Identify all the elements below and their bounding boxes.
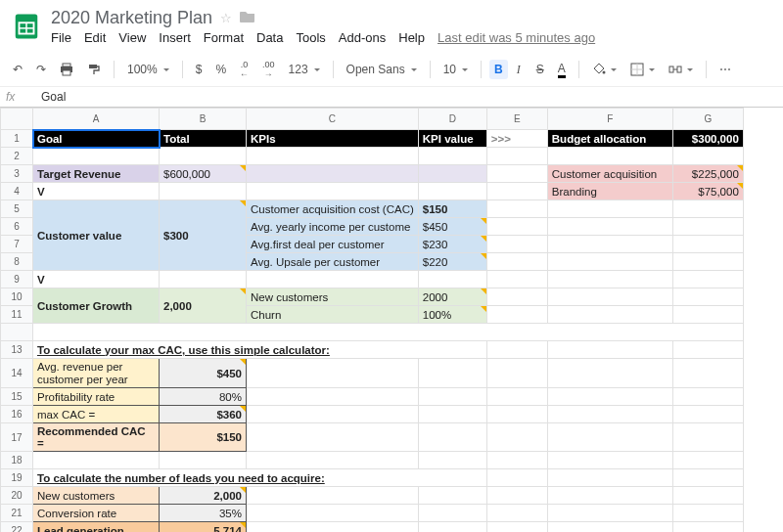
row-header[interactable]: 22 bbox=[1, 522, 33, 532]
cell[interactable]: $450 bbox=[418, 218, 486, 236]
cell[interactable]: $75,000 bbox=[672, 183, 743, 200]
col-header[interactable]: C bbox=[247, 109, 419, 130]
cell[interactable]: New customers bbox=[33, 487, 160, 505]
row-header[interactable]: 16 bbox=[1, 406, 33, 423]
cell[interactable]: $150 bbox=[418, 200, 486, 218]
decrease-decimal-button[interactable]: .0← bbox=[235, 57, 253, 82]
cell[interactable]: 35% bbox=[160, 505, 247, 522]
row-header[interactable]: 8 bbox=[1, 253, 33, 271]
col-header[interactable]: B bbox=[160, 109, 247, 130]
row-header[interactable]: 20 bbox=[1, 487, 33, 505]
row-header[interactable]: 4 bbox=[1, 183, 33, 200]
last-edit-link[interactable]: Last edit was 5 minutes ago bbox=[438, 30, 595, 45]
currency-button[interactable]: $ bbox=[191, 60, 207, 79]
cell[interactable]: $150 bbox=[160, 423, 247, 452]
row-header[interactable]: 9 bbox=[1, 271, 33, 288]
menu-data[interactable]: Data bbox=[256, 30, 283, 45]
cell[interactable]: Customer value bbox=[33, 200, 160, 271]
fx-value[interactable]: Goal bbox=[31, 90, 66, 104]
cell[interactable]: $450 bbox=[160, 359, 247, 388]
folder-icon[interactable] bbox=[240, 10, 255, 26]
sheets-logo[interactable] bbox=[12, 12, 41, 41]
menu-insert[interactable]: Insert bbox=[159, 30, 191, 45]
cell[interactable]: $300,000 bbox=[672, 130, 743, 148]
star-icon[interactable]: ☆ bbox=[220, 11, 232, 25]
row-header[interactable]: 15 bbox=[1, 388, 33, 406]
cell[interactable]: Avg. Upsale per customer bbox=[247, 253, 419, 271]
cell[interactable]: 2,000 bbox=[160, 288, 247, 324]
cell[interactable]: 80% bbox=[160, 388, 247, 406]
fill-color-button[interactable] bbox=[587, 60, 622, 79]
menu-tools[interactable]: Tools bbox=[296, 30, 325, 45]
row-header[interactable]: 5 bbox=[1, 200, 33, 218]
cell[interactable]: Budget allocation bbox=[547, 130, 672, 148]
cell[interactable]: $230 bbox=[418, 236, 486, 253]
cell[interactable]: V bbox=[33, 271, 160, 288]
cell[interactable]: V bbox=[33, 183, 160, 200]
cell[interactable]: Goal bbox=[33, 130, 160, 148]
text-color-button[interactable]: A bbox=[553, 59, 571, 81]
menu-help[interactable]: Help bbox=[398, 30, 425, 45]
paint-format-icon[interactable] bbox=[82, 60, 106, 79]
cell[interactable]: Recommended CAC = bbox=[33, 423, 160, 452]
col-header[interactable]: D bbox=[418, 109, 486, 130]
document-title[interactable]: 2020 Marketing Plan bbox=[51, 8, 212, 28]
strike-button[interactable]: S bbox=[531, 60, 549, 79]
col-header[interactable]: F bbox=[547, 109, 672, 130]
cell[interactable]: KPI value bbox=[418, 130, 486, 148]
cell[interactable]: Customer acquisition bbox=[547, 165, 672, 183]
cell[interactable]: 5,714 bbox=[160, 522, 247, 532]
cell[interactable]: Lead generation bbox=[33, 522, 160, 532]
cell[interactable]: Customer acquisition cost (CAC) bbox=[247, 200, 419, 218]
cell[interactable]: 100% bbox=[418, 306, 486, 324]
cell[interactable]: Churn bbox=[247, 306, 419, 324]
row-header[interactable]: 18 bbox=[1, 452, 33, 469]
cell[interactable]: Customer Growth bbox=[33, 288, 160, 324]
cell[interactable]: $300 bbox=[160, 200, 247, 271]
cell[interactable]: Total bbox=[160, 130, 247, 148]
cell[interactable]: >>> bbox=[486, 130, 547, 148]
cell[interactable]: New customers bbox=[247, 288, 419, 306]
font-select[interactable]: Open Sans bbox=[342, 60, 422, 79]
menu-addons[interactable]: Add-ons bbox=[339, 30, 386, 45]
cell[interactable]: $220 bbox=[418, 253, 486, 271]
row-header[interactable]: 13 bbox=[1, 341, 33, 359]
spreadsheet-grid[interactable]: A B C D E F G 1 Goal Total KPIs KPI valu… bbox=[0, 108, 783, 532]
redo-icon[interactable]: ↷ bbox=[31, 60, 51, 79]
row-header[interactable]: 11 bbox=[1, 306, 33, 324]
cell[interactable]: To calculate your max CAC, use this simp… bbox=[33, 341, 487, 359]
percent-button[interactable]: % bbox=[210, 60, 231, 79]
cell[interactable]: Conversion rate bbox=[33, 505, 160, 522]
col-header[interactable]: A bbox=[33, 109, 160, 130]
increase-decimal-button[interactable]: .00→ bbox=[257, 57, 280, 82]
merge-button[interactable] bbox=[664, 60, 698, 79]
zoom-select[interactable]: 100% bbox=[122, 60, 174, 79]
row-header[interactable]: 1 bbox=[1, 130, 33, 148]
row-header[interactable]: 10 bbox=[1, 288, 33, 306]
menu-edit[interactable]: Edit bbox=[84, 30, 106, 45]
borders-button[interactable] bbox=[625, 60, 660, 79]
cell[interactable]: Branding bbox=[547, 183, 672, 200]
print-icon[interactable] bbox=[55, 60, 78, 79]
row-header[interactable]: 7 bbox=[1, 236, 33, 253]
cell[interactable]: Profitability rate bbox=[33, 388, 160, 406]
menu-format[interactable]: Format bbox=[204, 30, 244, 45]
col-header[interactable]: E bbox=[486, 109, 547, 130]
bold-button[interactable]: B bbox=[489, 60, 508, 79]
cell[interactable]: KPIs bbox=[247, 130, 419, 148]
cell[interactable]: Avg.first deal per customer bbox=[247, 236, 419, 253]
row-header[interactable]: 2 bbox=[1, 148, 33, 165]
cell[interactable]: $360 bbox=[160, 406, 247, 423]
undo-icon[interactable]: ↶ bbox=[8, 60, 27, 79]
col-header[interactable]: G bbox=[672, 109, 743, 130]
cell[interactable]: max CAC = bbox=[33, 406, 160, 423]
cell[interactable]: $600,000 bbox=[160, 165, 247, 183]
cell[interactable]: 2000 bbox=[418, 288, 486, 306]
menu-view[interactable]: View bbox=[118, 30, 146, 45]
cell[interactable]: Avg. revenue per customer per year bbox=[33, 359, 160, 388]
cell[interactable] bbox=[247, 165, 419, 183]
row-header[interactable]: 14 bbox=[1, 359, 33, 388]
italic-button[interactable]: I bbox=[512, 60, 528, 80]
row-header[interactable]: 21 bbox=[1, 505, 33, 522]
row-header[interactable]: 17 bbox=[1, 423, 33, 452]
